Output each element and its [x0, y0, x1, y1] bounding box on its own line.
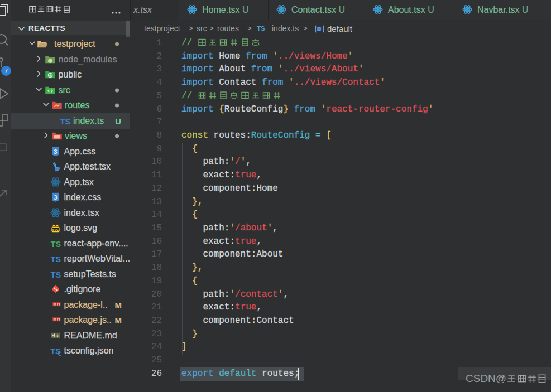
svg-text:3: 3 — [54, 194, 57, 201]
svg-text:TS: TS — [60, 117, 71, 125]
svg-text:SVG: SVG — [52, 228, 59, 231]
svg-text:TS: TS — [50, 347, 61, 356]
svg-text:TS: TS — [51, 239, 61, 248]
svg-text:TS: TS — [51, 255, 61, 264]
svg-text:3: 3 — [54, 148, 57, 155]
svg-text:TS: TS — [51, 270, 61, 279]
